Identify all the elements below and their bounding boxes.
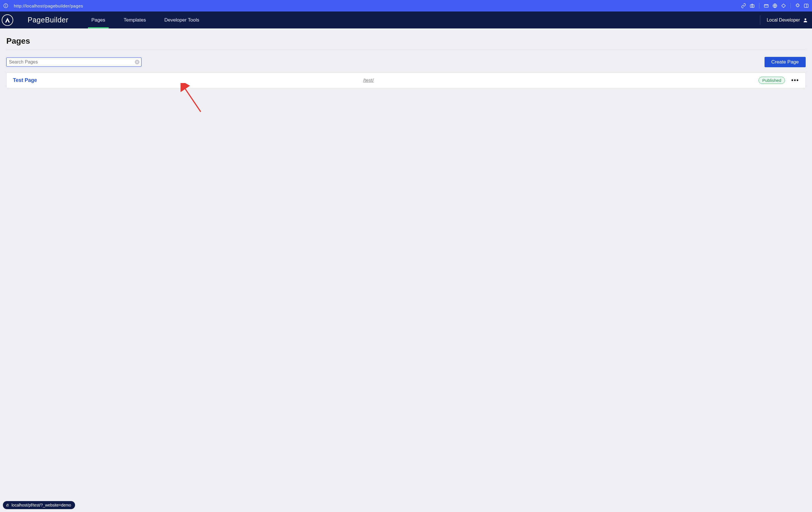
panel-icon[interactable]	[803, 3, 809, 9]
toolbar: Create Page	[6, 57, 806, 67]
svg-rect-3	[750, 5, 754, 7]
clear-icon[interactable]	[135, 60, 140, 64]
search-input[interactable]	[9, 59, 135, 65]
nav-item-label: Templates	[124, 17, 146, 23]
svg-point-9	[805, 19, 806, 20]
app-header: PageBuilder Pages Templates Developer To…	[0, 11, 812, 28]
folder-icon[interactable]	[763, 3, 769, 9]
row-path-link[interactable]: /test/	[363, 78, 374, 83]
svg-rect-1	[5, 5, 6, 7]
nav: Pages Templates Developer Tools	[91, 11, 199, 28]
address-bar-url[interactable]: http://localhost/pagebuilder/pages	[14, 3, 83, 8]
info-icon[interactable]	[3, 3, 9, 9]
svg-rect-8	[804, 4, 808, 7]
pages-list: Test Page /test/ Published •••	[6, 72, 806, 88]
link-icon[interactable]	[741, 3, 747, 9]
nav-item-templates[interactable]: Templates	[124, 11, 146, 28]
nav-item-pages[interactable]: Pages	[91, 11, 105, 28]
list-row[interactable]: Test Page /test/ Published •••	[6, 72, 806, 88]
svg-rect-2	[5, 5, 6, 5]
status-badge: Published	[758, 77, 785, 84]
svg-rect-5	[764, 5, 768, 7]
crosshair-icon[interactable]	[781, 3, 786, 9]
svg-point-7	[782, 4, 785, 7]
svg-line-10	[184, 87, 201, 112]
divider	[6, 50, 806, 50]
nav-item-label: Pages	[91, 17, 105, 23]
divider	[790, 3, 791, 9]
svg-point-4	[751, 5, 753, 7]
user-icon	[803, 18, 808, 23]
hover-url-text: localhost/pf/test/?_website=demo	[11, 503, 71, 507]
divider	[759, 3, 759, 9]
user-label: Local Developer	[766, 18, 800, 23]
page-heading: Pages	[6, 36, 806, 46]
app-logo[interactable]	[2, 14, 13, 26]
globe-icon[interactable]	[772, 3, 778, 9]
extensions-icon[interactable]	[795, 3, 801, 9]
browser-chrome: http://localhost/pagebuilder/pages	[0, 0, 812, 11]
search-box[interactable]	[6, 57, 142, 67]
page-body: Pages Create Page Test Page /test/ Publi…	[0, 28, 812, 512]
camera-icon[interactable]	[749, 3, 755, 9]
row-menu-icon[interactable]: •••	[791, 77, 799, 84]
hover-url-pill: localhost/pf/test/?_website=demo	[3, 501, 75, 509]
user-area[interactable]: Local Developer	[760, 15, 808, 25]
row-title[interactable]: Test Page	[13, 77, 37, 83]
app-title: PageBuilder	[28, 16, 68, 24]
lock-icon	[6, 503, 9, 507]
create-page-button[interactable]: Create Page	[764, 57, 806, 67]
nav-item-label: Developer Tools	[164, 17, 199, 23]
nav-item-developer-tools[interactable]: Developer Tools	[164, 11, 199, 28]
